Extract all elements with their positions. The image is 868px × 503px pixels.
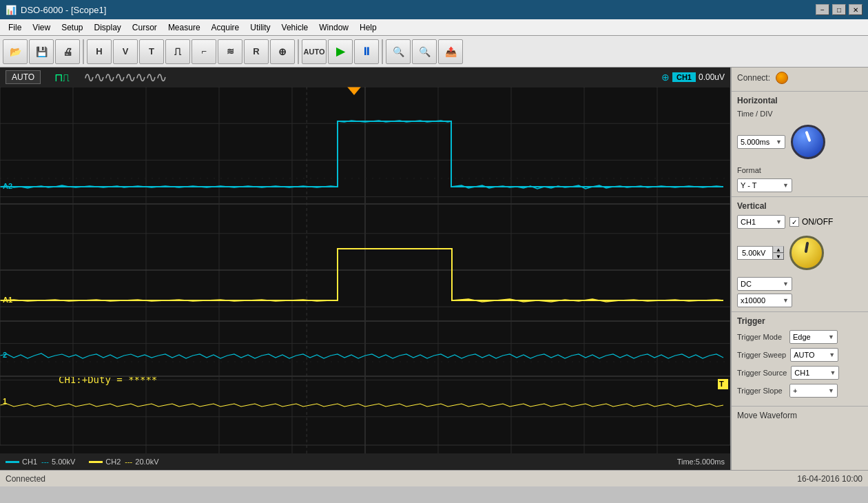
channel-dropdown[interactable]: CH1 ▼ [737,215,785,229]
signal-icon: ⊓⎍ [54,71,70,84]
main-area: AUTO ⊓⎍ ∿∿∿∿∿∿∿∿ ⊕ CH1 0.00uV [0,68,868,470]
ch1-status-label: CH1 [672,72,696,82]
cursor-button[interactable]: ⊕ [270,39,295,64]
zoom-in-button[interactable]: 🔍 [386,39,411,64]
minimize-button[interactable]: − [816,4,829,15]
ch1-scale-value: 5.00kV [52,458,75,466]
ch2-bottom-label: CH2 [105,458,121,466]
trigger-mode-value: Edge [793,333,811,341]
ch2-dash: --- [125,458,132,466]
format-value: Y - T [741,181,756,189]
svg-text:1: 1 [3,397,7,405]
time-div-value: 5.000ms [741,138,769,146]
ch1-cursor-icon: ⊕ [661,72,670,83]
zoom-out-button[interactable]: 🔍 [412,39,437,64]
menu-setup[interactable]: Setup [56,21,88,34]
time-div-dropdown[interactable]: 5.000ms ▼ [737,135,785,149]
trigger-mode-row: Trigger Mode Edge ▼ [737,330,862,344]
waveform-display: A2 A1 2 1 CH1:+Duty = ***** [0,87,730,453]
trigger-section: Trigger Trigger Mode Edge ▼ Trigger Swee… [732,312,868,407]
menu-utility[interactable]: Utility [245,21,276,34]
print-button[interactable]: 🖨 [55,39,80,64]
channel-arrow: ▼ [776,218,782,225]
voltage-stepper-buttons: ▲ ▼ [773,246,784,260]
format-arrow: ▼ [783,182,789,189]
ref-button[interactable]: R [244,39,269,64]
menu-acquire[interactable]: Acquire [206,21,245,34]
t-button[interactable]: T [139,39,164,64]
time-info: Time:5.000ms [677,458,725,466]
horizontal-knob-container [791,125,825,159]
ch2-info: CH2 --- 20.0kV [89,458,158,466]
menu-display[interactable]: Display [89,21,127,34]
maximize-button[interactable]: □ [832,4,846,15]
trigger-source-value: CH1 [794,369,809,377]
ch1-bottom-label: CH1 [22,458,37,466]
move-waveform-section: Move Waveform [732,407,868,424]
svg-text:T: T [719,380,724,388]
trigger-title: Trigger [737,316,862,326]
voltage-down-button[interactable]: ▼ [773,253,784,260]
on-off-checkbox[interactable]: ✓ [789,217,799,227]
run-button[interactable]: ▶ [328,39,353,64]
connect-row: Connect: [737,72,862,84]
channel-value: CH1 [741,218,756,226]
scope-bottom-bar: CH1 --- 5.00kV CH2 --- 20.0kV Time:5.000… [0,453,730,470]
trigger-sweep-arrow: ▼ [829,351,835,358]
pulse-button[interactable]: ⎍ [165,39,190,64]
menu-vehicle[interactable]: Vehicle [276,21,314,34]
trigger-source-dropdown[interactable]: CH1 ▼ [791,366,839,380]
coupling-dropdown[interactable]: DC ▼ [737,277,792,291]
title-area: 📊 DSO-6000 - [Scope1] [6,5,106,15]
trigger-slope-dropdown[interactable]: + ▼ [789,384,838,398]
menu-cursor[interactable]: Cursor [127,21,163,34]
trigger-sweep-dropdown[interactable]: AUTO ▼ [790,348,838,362]
auto-button[interactable]: AUTO [302,39,327,64]
trigger-source-label: Trigger Source [737,369,787,377]
toolbar: 📂 💾 🖨 H V T ⎍ ⌐ ≋ R ⊕ AUTO ▶ ⏸ 🔍 🔍 📤 [0,36,868,68]
toolbar-separator-1 [83,39,84,64]
waveform-svg: A2 A1 2 1 CH1:+Duty = ***** [0,87,730,453]
h-button[interactable]: H [87,39,112,64]
menu-window[interactable]: Window [313,21,354,34]
ch1-status: ⊕ CH1 0.00uV [661,72,725,83]
coupling-value: DC [741,280,752,288]
connection-status: Connected [6,474,45,484]
format-dropdown[interactable]: Y - T ▼ [737,178,792,192]
menu-help[interactable]: Help [354,21,382,34]
toolbar-separator-2 [298,39,299,64]
horizontal-section: Horizontal Time / DIV 5.000ms ▼ Format Y… [732,92,868,197]
ch1-color-dot [6,461,19,463]
toolbar-separator-3 [382,39,383,64]
v-button[interactable]: V [113,39,138,64]
step-button[interactable]: ⌐ [192,39,216,64]
scope-status-bar: AUTO ⊓⎍ ∿∿∿∿∿∿∿∿ ⊕ CH1 0.00uV [0,68,730,87]
ch1-status-value: 0.00uV [699,72,725,82]
menu-file[interactable]: File [3,21,27,34]
time-div-row: Time / DIV [737,110,862,118]
save-button[interactable]: 💾 [29,39,54,64]
trigger-slope-row: Trigger Slope + ▼ [737,384,862,398]
probe-dropdown[interactable]: x10000 ▼ [737,294,792,307]
window-title: DSO-6000 - [Scope1] [21,5,106,15]
menu-view[interactable]: View [27,21,56,34]
time-div-label: Time / DIV [737,110,785,118]
vertical-knob[interactable] [789,236,824,270]
open-button[interactable]: 📂 [3,39,28,64]
probe-value: x10000 [741,296,765,305]
vertical-section: Vertical CH1 ▼ ✓ ON/OFF 5.00kV ▲ ▼ [732,197,868,312]
statusbar: Connected 16-04-2016 10:00 [0,470,868,486]
close-button[interactable]: ✕ [849,4,862,15]
menu-measure[interactable]: Measure [163,21,206,34]
trigger-source-arrow: ▼ [829,369,836,376]
export-button[interactable]: 📤 [438,39,463,64]
pause-button[interactable]: ⏸ [354,39,379,64]
ch2-color-dot [89,461,103,463]
scope-area: AUTO ⊓⎍ ∿∿∿∿∿∿∿∿ ⊕ CH1 0.00uV [0,68,730,470]
fft-button[interactable]: ≋ [218,39,242,64]
app-icon: 📊 [6,5,17,15]
trigger-mode-dropdown[interactable]: Edge ▼ [789,330,838,344]
horizontal-knob[interactable] [791,125,825,159]
voltage-up-button[interactable]: ▲ [773,246,784,253]
format-label: Format [737,166,785,174]
